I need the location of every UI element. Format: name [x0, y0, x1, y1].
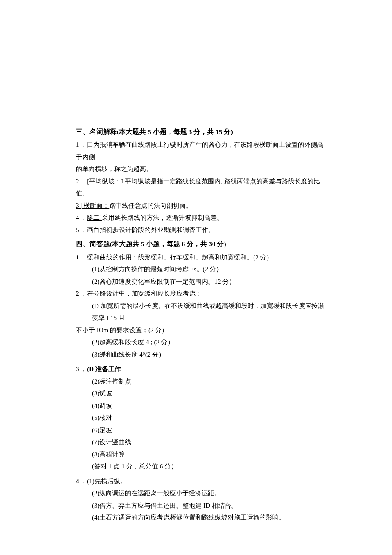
item-num: 4: [76, 478, 79, 485]
s3-item-2: 2 ．[平均纵坡：I 平均纵坡是指一定路线长度范围内, 路线两端点的高差与路线长…: [76, 175, 326, 200]
s4-q2-line1: (D 加宽所需的最小长度。在不设缓和曲线或超高缓和段时，加宽缓和段长度应按渐变率…: [76, 300, 326, 324]
s4-q2-sub-2: (2)超高缓和段长度 4 ; (2 分）: [76, 336, 326, 349]
section-3-body: 1 ．口为抵消车辆在曲线路段上行驶时所产生的离心力，在该路段横断面上设置的外侧高…: [76, 139, 326, 236]
item-underline: 3 | 横断面：: [76, 202, 109, 209]
s3-item-1-cont: 的单向横坡，称之为超高。: [76, 163, 326, 175]
item-text-a: ．: [81, 178, 87, 185]
s3-item-3: 3 | 横断面：路中线任意点的法向剖切面。: [76, 200, 326, 212]
s4-q3-sub-4: (4)调坡: [76, 400, 326, 412]
s4-q3-sub-8: (8)高程计算: [76, 448, 326, 461]
item-text-b: 路中线任意点的法向剖切面。: [109, 202, 192, 209]
item-underline: [平均纵坡：I: [87, 178, 123, 185]
underline-2: 路线纵坡: [202, 514, 228, 521]
s4-q2-lead: 2 ．在公路设计中，加宽缓和段长度应考虑：: [76, 288, 326, 300]
item-num: 3: [76, 366, 79, 372]
item-num: 5: [76, 227, 79, 233]
section-4-heading: 四、简答题(本大题共 5 小题，每题 6 分，共 30 分): [76, 238, 326, 250]
s4-q1-sub-2: (2)离心加速度变化率应限制在一定范围内。12 分）: [76, 276, 326, 288]
s3-item-5: 5 ．画白指初步设计阶段的外业勘测和调杳工作。: [76, 224, 326, 236]
text-b: 对施工运输的影响。: [228, 514, 285, 521]
item-text-b: 口为抵消车辆在曲线路段上行驶时所产生的离心力，在该路段横断面上设置的外侧高于内侧: [76, 141, 323, 160]
s4-q3-sub-7: (7)设计竖曲线: [76, 436, 326, 448]
item-text-a: ．: [81, 141, 87, 148]
item-lead: ．(1)先横后纵。: [81, 478, 127, 485]
item-num: 2: [76, 178, 79, 185]
item-num: 1: [76, 141, 79, 148]
s4-q4-lead: 4 ．(1)先横后纵。: [76, 475, 326, 488]
s4-q1-lead: 1 ．缓和曲线的作用：线形缓和、行车缓和、超高和加宽缓和。(2 分）: [76, 251, 326, 264]
text-mid: 和: [196, 514, 202, 521]
item-underline: 艇二!: [87, 214, 102, 221]
s4-q3-sub-2: (2)标注控制点: [76, 375, 326, 388]
s3-item-1: 1 ．口为抵消车辆在曲线路段上行驶时所产生的离心力，在该路段横断面上设置的外侧高…: [76, 139, 326, 163]
item-text-a: ．画白指初步设计阶段的外业勘测和调杳工作。: [81, 227, 215, 233]
item-num: 2: [76, 290, 79, 297]
s4-q2-line2: 不小于 IOm 的要求设置；(2 分）: [76, 324, 326, 337]
s4-q3-sub-6: (6)定坡: [76, 424, 326, 436]
item-num: 4: [76, 214, 79, 221]
s4-q3-sub-3: (3)试坡: [76, 387, 326, 400]
item-lead: ．在公路设计中，加宽缓和段长度应考虑：: [81, 290, 202, 297]
s4-q4-sub-4: (4)土石方调运的方向应考虑桥涵位置和路线纵坡对施工运输的影响。: [76, 511, 326, 524]
s4-q2-sub-3: (3)缓和曲线长度 4°(2 分）: [76, 349, 326, 361]
s4-q3-lead: 3 ．(D 准备工作: [76, 363, 326, 375]
text-a: (4)土石方调运的方向应考虑: [92, 514, 170, 521]
item-text-b: 采用延长路线的方法，逐渐升坡抑制高差。: [102, 214, 223, 221]
item-lead: ．缓和曲线的作用：线形缓和、行车缓和、超高和加宽缓和。(2 分）: [81, 254, 273, 261]
s4-q4-sub-2: (2)纵向调运的在远距离一般应小于经济运距。: [76, 487, 326, 500]
underline-1: 桥涵位置: [170, 514, 196, 521]
item-text-a: ．: [81, 214, 87, 221]
s4-q4-sub-3: (3)借方、弃土方应与借土还田、整地建 ID 相结合。: [76, 500, 326, 512]
s4-q3-sub-5: (5)核对: [76, 412, 326, 424]
s4-q1-sub-1: (1)从控制方向操作的最短时间考虑 3s。(2 分）: [76, 263, 326, 276]
s3-item-4: 4 ．艇二!采用延长路线的方法，逐渐升坡抑制高差。: [76, 212, 326, 224]
item-lead: ．(D 准备工作: [81, 366, 121, 372]
s4-q3-note: (答对 1 点 1 分，总分值 6 分）: [76, 460, 326, 473]
item-num: 1: [76, 254, 79, 261]
section-3-heading: 三、名词解释(本大题共 5 小题，每题 3 分，共 15 分): [76, 125, 326, 138]
section-4-body: 1 ．缓和曲线的作用：线形缓和、行车缓和、超高和加宽缓和。(2 分） (1)从控…: [76, 251, 326, 524]
